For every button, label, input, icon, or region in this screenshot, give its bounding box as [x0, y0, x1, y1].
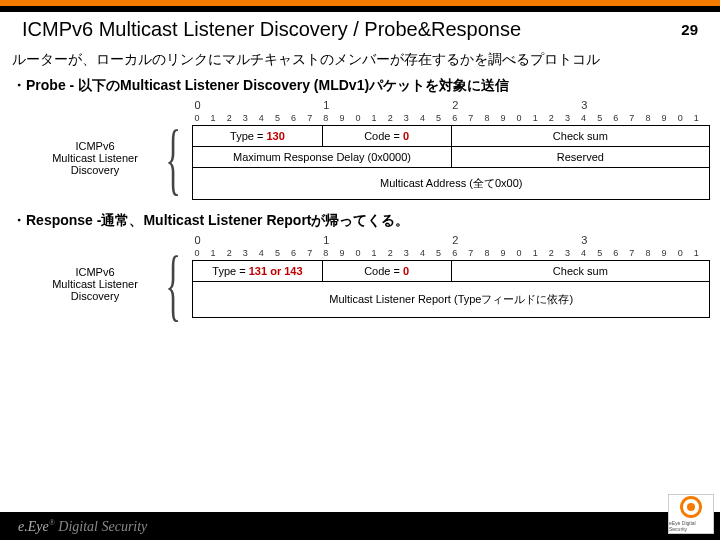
response-side-label: ICMPv6 Multicast Listener Discovery: [40, 234, 150, 318]
probe-maxdelay-cell: Maximum Response Delay (0x0000): [193, 147, 451, 168]
bit-ruler: 0 1 2 3: [192, 234, 710, 246]
response-report-cell: Multicast Listener Report (Typeフィールドに依存): [193, 282, 710, 318]
probe-checksum-cell: Check sum: [451, 126, 709, 147]
footer-bar: e.Eye® Digital Security: [0, 512, 720, 540]
probe-reserved-cell: Reserved: [451, 147, 709, 168]
ruler-ten: 3: [581, 234, 710, 246]
field-value: 131 or 143: [249, 265, 303, 277]
field-label: Type =: [230, 130, 266, 142]
response-code-cell: Code = 0: [322, 261, 451, 282]
ruler-ten: 1: [323, 99, 452, 111]
field-value: 0: [403, 130, 409, 142]
probe-packet-diagram: ICMPv6 Multicast Listener Discovery { 0 …: [0, 99, 720, 200]
footer-logo: eEye Digital Security: [668, 494, 714, 534]
side-label-text: ICMPv6 Multicast Listener Discovery: [52, 266, 138, 302]
probe-type-cell: Type = 130: [193, 126, 322, 147]
field-value: 130: [266, 130, 284, 142]
header-row: ICMPv6 Multicast Listener Discovery / Pr…: [0, 12, 720, 45]
page-number: 29: [681, 21, 698, 38]
ruler-ten: 0: [194, 234, 323, 246]
probe-multicast-cell: Multicast Address (全て0x00): [193, 168, 710, 200]
bit-ruler-ones: 01234567890123456789012345678901: [192, 113, 710, 123]
bit-ruler: 0 1 2 3: [192, 99, 710, 111]
probe-code-cell: Code = 0: [322, 126, 451, 147]
ruler-ten: 0: [194, 99, 323, 111]
field-label: Code =: [364, 130, 403, 142]
ruler-ten: 3: [581, 99, 710, 111]
eye-logo-icon: [680, 496, 702, 518]
field-value: 0: [403, 265, 409, 277]
bit-ruler-ones: 01234567890123456789012345678901: [192, 248, 710, 258]
ruler-ten: 2: [452, 234, 581, 246]
brace-icon: {: [150, 234, 192, 318]
brace-icon: {: [150, 99, 192, 200]
response-packet-diagram: ICMPv6 Multicast Listener Discovery { 0 …: [0, 234, 720, 318]
side-label-text: ICMPv6 Multicast Listener Discovery: [52, 140, 138, 176]
footer-logo-caption: eEye Digital Security: [669, 520, 713, 532]
field-label: Code =: [364, 265, 403, 277]
probe-heading: ・Probe - 以下のMulticast Listener Discovery…: [0, 75, 720, 99]
response-checksum-cell: Check sum: [451, 261, 709, 282]
probe-packet-table: Type = 130 Code = 0 Check sum Maximum Re…: [192, 125, 710, 200]
ruler-ten: 1: [323, 234, 452, 246]
slide-description: ルーターが、ローカルのリンクにマルチキャストのメンバーが存在するかを調べるプロト…: [0, 45, 720, 75]
field-label: Type =: [212, 265, 248, 277]
ruler-ten: 2: [452, 99, 581, 111]
probe-side-label: ICMPv6 Multicast Listener Discovery: [40, 99, 150, 200]
slide-title: ICMPv6 Multicast Listener Discovery / Pr…: [22, 18, 521, 41]
response-type-cell: Type = 131 or 143: [193, 261, 322, 282]
footer-brand-text: e.Eye® Digital Security: [18, 518, 147, 535]
response-heading: ・Response -通常、Multicast Listener Reportが…: [0, 210, 720, 234]
response-packet-table: Type = 131 or 143 Code = 0 Check sum Mul…: [192, 260, 710, 318]
